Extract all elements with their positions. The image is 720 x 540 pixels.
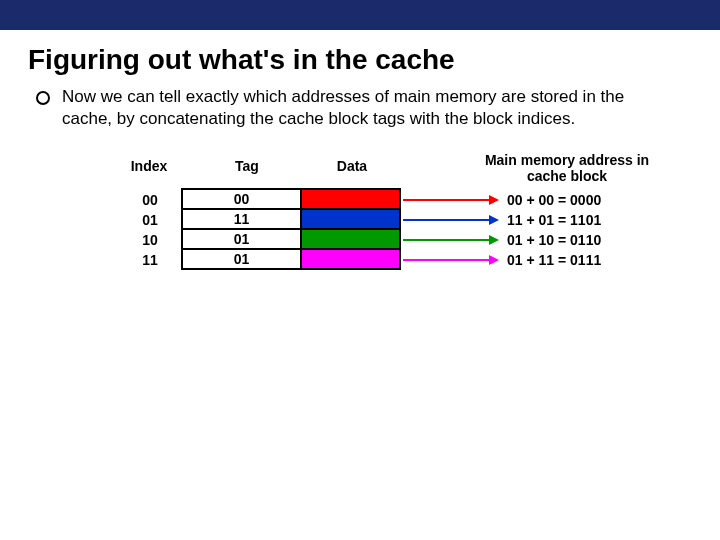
header-data: Data: [312, 158, 392, 174]
arrow-icon: [403, 239, 498, 241]
arrow-icon: [403, 259, 498, 261]
address-column: 00 + 00 = 0000 11 + 01 = 1101 01 + 10 = …: [507, 190, 601, 270]
cache-table: 00 11 01 01: [181, 188, 401, 270]
bullet-icon: [36, 91, 50, 105]
bullet-text: Now we can tell exactly which addresses …: [62, 86, 676, 130]
header-tag: Tag: [217, 158, 277, 174]
table-row: 01: [182, 249, 400, 269]
cache-diagram: Index Tag Data Main memory address in ca…: [87, 158, 647, 298]
slide-title: Figuring out what's in the cache: [28, 44, 720, 76]
tag-cell: 01: [182, 229, 301, 249]
arrow-icon: [403, 219, 498, 221]
table-row: 00: [182, 189, 400, 209]
header-index: Index: [119, 158, 179, 174]
tag-cell: 11: [182, 209, 301, 229]
slide-top-bar: [0, 0, 720, 30]
data-cell: [301, 249, 400, 269]
header-main: Main memory address in cache block: [477, 152, 657, 184]
index-value: 11: [135, 250, 165, 270]
index-column: 00 01 10 11: [135, 190, 165, 270]
data-cell: [301, 189, 400, 209]
data-cell: [301, 209, 400, 229]
bullet-item: Now we can tell exactly which addresses …: [58, 86, 676, 130]
tag-cell: 00: [182, 189, 301, 209]
index-value: 10: [135, 230, 165, 250]
table-row: 01: [182, 229, 400, 249]
table-row: 11: [182, 209, 400, 229]
address-value: 01 + 10 = 0110: [507, 230, 601, 250]
address-value: 00 + 00 = 0000: [507, 190, 601, 210]
index-value: 01: [135, 210, 165, 230]
data-cell: [301, 229, 400, 249]
address-value: 11 + 01 = 1101: [507, 210, 601, 230]
arrow-group: [403, 190, 498, 270]
index-value: 00: [135, 190, 165, 210]
arrow-icon: [403, 199, 498, 201]
tag-cell: 01: [182, 249, 301, 269]
address-value: 01 + 11 = 0111: [507, 250, 601, 270]
